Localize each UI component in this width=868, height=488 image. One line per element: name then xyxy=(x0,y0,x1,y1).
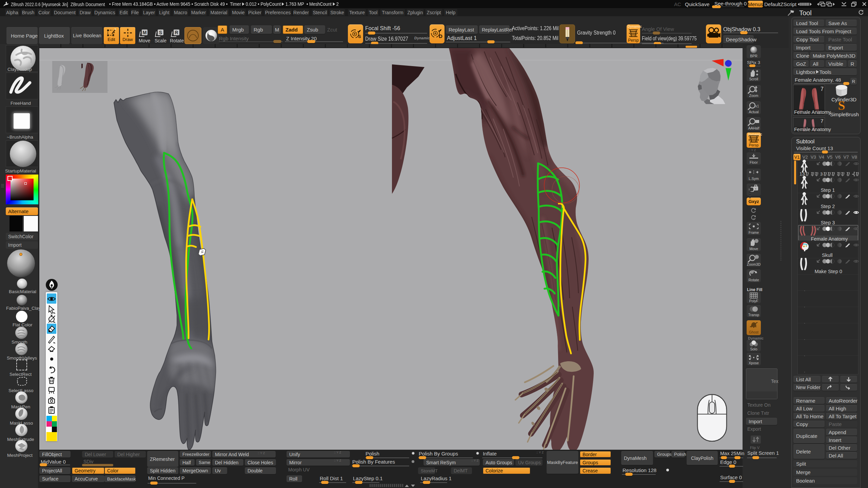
svg-text:S: S xyxy=(159,30,162,35)
svg-text:S: S xyxy=(838,100,845,112)
svg-text:D: D xyxy=(439,33,442,39)
svg-text:S: S xyxy=(358,34,361,39)
svg-text:z: z xyxy=(753,217,755,221)
svg-text:3: 3 xyxy=(820,171,823,176)
svg-text:M: M xyxy=(143,30,147,35)
svg-text:c: c xyxy=(755,187,756,190)
svg-text:x1: x1 xyxy=(755,104,759,108)
svg-text:R: R xyxy=(175,30,178,35)
